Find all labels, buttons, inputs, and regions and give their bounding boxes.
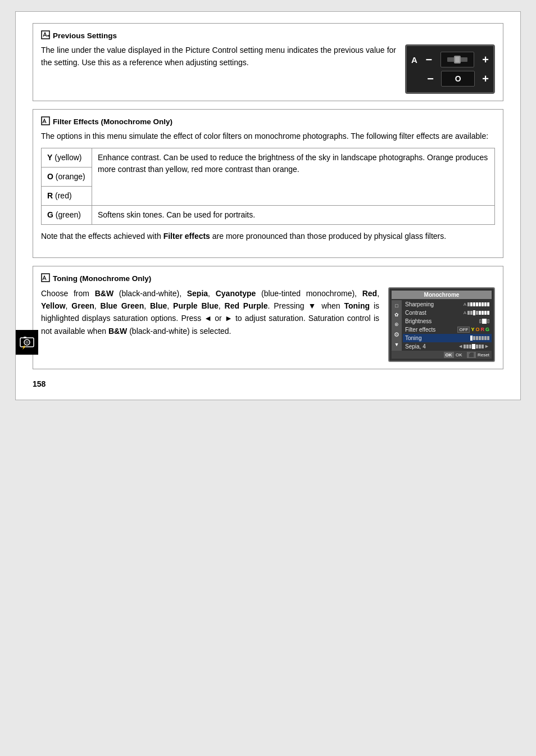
sidebar-camera-icon: ⚡	[19, 334, 35, 350]
menu-row-sepia: Sepia, 4 ◄	[403, 342, 492, 351]
brightness-value	[479, 319, 489, 324]
filter-yor-value: Enhance contrast. Can be used to reduce …	[92, 148, 495, 206]
toning-body: Choose from B&W (black-and-white), Sepia…	[41, 287, 495, 362]
filter-g-key: G (green)	[42, 206, 92, 225]
menu-row-filter-effects: Filter effects OFF Y O R G	[403, 325, 492, 334]
g-badge: G	[485, 327, 489, 332]
menu-screen: Monochrome □ ✿ ⊛ ⚙ ▼ Sharpening	[388, 287, 495, 362]
page-number: 158	[33, 379, 46, 388]
pencil-icon-3	[41, 273, 50, 284]
svg-rect-8	[42, 274, 49, 282]
previous-settings-label: Previous Settings	[53, 31, 117, 40]
svg-text:⚡: ⚡	[21, 345, 26, 350]
table-row: G (green) Softens skin tones. Can be use…	[42, 206, 495, 225]
brightness-label: Brightness	[405, 318, 477, 324]
sharpening-value: A	[464, 302, 489, 307]
previous-settings-section: ✏ Previous Settings The line under the v…	[33, 23, 503, 101]
toning-label2: Toning	[405, 335, 468, 341]
filter-y-key: Y (yellow)	[42, 148, 92, 168]
svg-point-12	[25, 341, 29, 344]
bottom-sidebar-icon: ⚡	[16, 330, 38, 355]
display-a-label: A	[411, 55, 417, 65]
previous-settings-body: The line under the value displayed in th…	[41, 44, 495, 94]
page-container: ✏ Previous Settings The line under the v…	[15, 11, 521, 400]
toning-title: Toning (Monochrome Only)	[41, 273, 495, 284]
camera-display: A − + − O +	[405, 44, 495, 94]
filter-effects-intro: The options in this menu simulate the ef…	[41, 130, 495, 142]
display-plus-2: +	[482, 73, 489, 85]
o-badge: O	[475, 327, 479, 332]
camera-display-row2: − O +	[411, 71, 489, 87]
display-minus-2: −	[427, 73, 434, 85]
menu-icon-2: ✿	[394, 312, 399, 318]
menu-row-brightness: Brightness	[403, 317, 492, 325]
filter-effects-title: Filter Effects (Monochrome Only)	[41, 116, 495, 127]
menu-icon-3: ⊛	[394, 322, 399, 328]
filter-effects-table: Y (yellow) Enhance contrast. Can be used…	[41, 148, 495, 225]
filter-effects-note: Note that the effects achieved with Filt…	[41, 230, 495, 243]
contrast-label: Contrast	[405, 310, 461, 316]
toning-label: Toning (Monochrome Only)	[53, 274, 151, 283]
ok-button-label: OK OK	[444, 352, 462, 357]
reset-button-label: ⬛ Reset	[467, 352, 489, 357]
previous-settings-text: The line under the value displayed in th…	[41, 44, 396, 69]
menu-sidebar: □ ✿ ⊛ ⚙ ▼	[392, 300, 402, 351]
menu-icon-5: ▼	[394, 342, 399, 348]
display-val-2: O	[441, 71, 475, 87]
menu-row-toning: Toning	[403, 334, 492, 342]
menu-content: Sharpening A	[403, 300, 492, 351]
sepia-val: ◄ ►	[458, 343, 489, 349]
menu-footer: OK OK ⬛ Reset	[392, 351, 492, 359]
menu-row-contrast: Contrast A	[403, 309, 492, 317]
pencil-icon-2	[41, 116, 50, 127]
svg-text:✏: ✏	[47, 34, 50, 38]
table-row: Y (yellow) Enhance contrast. Can be used…	[42, 148, 495, 168]
menu-title-bar: Monochrome	[392, 291, 492, 299]
previous-settings-title: ✏ Previous Settings	[41, 30, 495, 41]
menu-icon-1: □	[395, 303, 398, 309]
filter-o-key: O (orange)	[42, 168, 92, 187]
filter-g-value: Softens skin tones. Can be used for port…	[92, 206, 495, 225]
sepia-label: Sepia, 4	[405, 343, 456, 350]
filter-r-key: R (red)	[42, 187, 92, 206]
svg-rect-5	[455, 57, 460, 62]
contrast-value: A	[464, 310, 489, 315]
display-val-1	[440, 52, 474, 67]
toning-val	[470, 336, 489, 341]
menu-inner: □ ✿ ⊛ ⚙ ▼ Sharpening A	[392, 300, 492, 351]
y-badge: Y	[471, 327, 474, 332]
camera-display-row1: A − +	[411, 52, 489, 67]
svg-rect-6	[42, 117, 49, 125]
filter-effects-label: Filter Effects (Monochrome Only)	[53, 117, 172, 126]
display-plus-1: +	[482, 53, 489, 66]
filter-effects-val: OFF Y O R G	[457, 327, 489, 333]
filter-effects-label2: Filter effects	[405, 327, 455, 333]
svg-rect-13	[24, 337, 26, 338]
toning-section: Toning (Monochrome Only) Choose from B&W…	[33, 266, 503, 369]
pencil-icon: ✏	[41, 30, 50, 41]
r-badge: R	[480, 327, 484, 332]
off-badge: OFF	[457, 327, 470, 333]
toning-text: Choose from B&W (black-and-white), Sepia…	[41, 287, 379, 338]
filter-effects-section: Filter Effects (Monochrome Only) The opt…	[33, 109, 503, 258]
display-minus-1: −	[425, 53, 432, 66]
menu-icon-4: ⚙	[394, 331, 399, 338]
menu-row-sharpening: Sharpening A	[403, 300, 492, 309]
sharpening-label: Sharpening	[405, 301, 461, 307]
